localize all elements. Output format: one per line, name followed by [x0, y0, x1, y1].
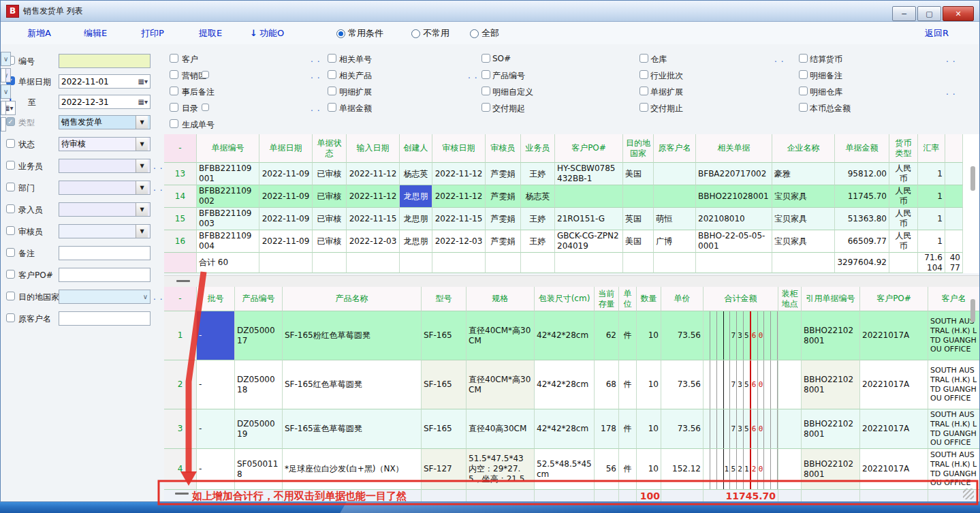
master-table-cell[interactable]: 龙思朋	[400, 208, 432, 230]
radio-常用条件[interactable]: 常用条件	[336, 27, 383, 40]
master-column-header[interactable]: 目的地国家	[623, 134, 654, 163]
filter-input[interactable]	[1, 101, 6, 115]
detail-table-cell[interactable]: 直径40CM*高30CM	[467, 311, 535, 360]
detail-table-cell[interactable]: BBHO221028001	[802, 449, 860, 490]
detail-row-number[interactable]: 3	[164, 409, 197, 449]
detail-table-cell[interactable]: 62	[595, 311, 619, 360]
master-table-cell[interactable]: 人民币	[889, 208, 918, 230]
detail-table-cell[interactable]: 20221017A	[860, 360, 928, 409]
detail-table-cell[interactable]: BBHO221028001	[802, 360, 860, 409]
detail-table-cell[interactable]	[778, 449, 802, 490]
detail-table-cell[interactable]: DZ0500018	[235, 360, 283, 409]
filter-checkbox[interactable]	[6, 313, 15, 322]
filter-checkbox[interactable]	[170, 54, 178, 63]
master-total-cell[interactable]	[889, 253, 918, 273]
detail-table-cell[interactable]: -	[197, 409, 235, 449]
detail-table-cell[interactable]: SF-165蓝色草莓圆凳	[283, 409, 422, 449]
master-table-cell[interactable]: 人民币	[889, 163, 918, 185]
detail-table-cell[interactable]: 直径40CM*高30CM	[467, 360, 535, 409]
toolbar-action-打印P[interactable]: 打印P	[141, 27, 164, 40]
splitter-handle[interactable]	[176, 280, 190, 282]
master-table-cell[interactable]: 王婷	[521, 163, 555, 185]
detail-table-cell[interactable]: DZ0500019	[235, 409, 283, 449]
master-table-cell[interactable]: 美国	[623, 163, 654, 185]
filter-checkbox[interactable]	[6, 204, 15, 213]
filter-select[interactable]: 销售发货单▼	[59, 115, 151, 129]
master-column-header[interactable]: 单据日期	[259, 134, 313, 163]
filter-checkbox[interactable]	[481, 87, 490, 95]
detail-table-cell[interactable]: 10	[637, 311, 661, 360]
master-table-cell[interactable]: 2022-12-03	[347, 230, 400, 253]
detail-column-header[interactable]: 规格	[467, 287, 535, 311]
master-table-cell[interactable]: 2022-11-09	[259, 230, 313, 253]
master-column-header[interactable]: -	[164, 134, 197, 163]
filter-checkbox[interactable]	[170, 119, 178, 128]
title-bar[interactable]: B 销售发货单 列表 ─ ▢ ✕	[1, 1, 979, 22]
filter-checkbox[interactable]	[639, 54, 648, 63]
master-table-cell[interactable]: 2022-11-09	[259, 163, 313, 185]
filter-checkbox[interactable]	[6, 292, 15, 300]
filter-checkbox[interactable]	[328, 87, 336, 95]
detail-column-header[interactable]: 包装尺寸(cm)	[535, 287, 595, 311]
master-table-cell[interactable]: 宝贝家具	[772, 230, 835, 253]
detail-table-row[interactable]: 4-SF0500118*足球座位白沙发(白+黑)（NX）SF-12751.5*4…	[164, 449, 979, 490]
master-table-cell[interactable]: 202108010	[696, 208, 772, 230]
filter-checkbox[interactable]	[6, 161, 15, 170]
detail-table-cell[interactable]: 152120	[704, 449, 778, 490]
filter-date[interactable]: 2022-11-01▦▾	[59, 74, 151, 89]
master-total-cell[interactable]: 71.6104	[918, 253, 945, 273]
filter-input[interactable]	[1, 117, 6, 131]
master-table-cell[interactable]: BFBB221109003	[197, 208, 259, 230]
detail-column-header[interactable]: 单位	[619, 287, 637, 311]
master-table-cell[interactable]	[945, 163, 963, 185]
detail-table-cell[interactable]: SF-165红色草莓圆凳	[283, 360, 422, 409]
master-total-cell[interactable]	[432, 253, 486, 273]
master-column-header[interactable]: 企业名称	[772, 134, 835, 163]
lookup-dots-button[interactable]: . .	[774, 55, 784, 64]
dropdown-button[interactable]: ▼	[136, 203, 148, 216]
filter-select[interactable]: ▼	[59, 224, 151, 238]
resize-grip[interactable]	[963, 488, 974, 499]
filter-select[interactable]: ▼	[59, 181, 151, 195]
detail-table-cell[interactable]: 73.56	[661, 360, 704, 409]
detail-table-cell[interactable]: 73560	[704, 311, 778, 360]
toolbar-action-编辑E[interactable]: 编辑E	[84, 27, 107, 40]
detail-scrollbar-thumb[interactable]	[970, 299, 975, 322]
detail-table-cell[interactable]: 件	[619, 449, 637, 490]
detail-table-cell[interactable]: 20221017A	[860, 409, 928, 449]
filter-checkbox[interactable]	[6, 139, 15, 148]
detail-table-row[interactable]: 3-DZ0500019SF-165蓝色草莓圆凳SF-165直径40高30CM42…	[164, 409, 979, 449]
master-table-cell[interactable]: GBCK-CG-ZPN2204019	[555, 230, 623, 253]
detail-table-cell[interactable]: 10	[637, 409, 661, 449]
detail-table-cell[interactable]: SF-165粉红色草莓圆凳	[283, 311, 422, 360]
filter-checkbox[interactable]	[799, 70, 808, 79]
radio-不常用[interactable]: 不常用	[411, 27, 449, 40]
detail-table-cell[interactable]: 73.56	[661, 311, 704, 360]
master-table-cell[interactable]: 杨志英	[521, 185, 555, 208]
detail-table-cell[interactable]: 件	[619, 409, 637, 449]
lookup-dots-button[interactable]: . .	[153, 292, 163, 302]
radio-dot-icon[interactable]	[336, 29, 345, 38]
filter-checkbox[interactable]	[639, 87, 648, 95]
master-table-cell[interactable]: 2022-11-12	[432, 185, 486, 208]
master-table-cell[interactable]: 2022-11-15	[347, 208, 400, 230]
master-table-cell[interactable]: 已审核	[313, 185, 347, 208]
master-column-header[interactable]	[945, 134, 963, 163]
filter-combo[interactable]: ∨	[59, 290, 151, 304]
filter-select[interactable]: 待审核▼	[59, 137, 151, 151]
master-table-cell[interactable]: 广博	[654, 230, 696, 253]
master-column-header[interactable]: 原客户名	[654, 134, 696, 163]
master-column-header[interactable]: 客户PO#	[555, 134, 623, 163]
master-table-cell[interactable]: 1	[918, 163, 945, 185]
master-table-cell[interactable]: 1	[918, 185, 945, 208]
detail-column-header[interactable]: 型号	[422, 287, 467, 311]
master-table-cell[interactable]: 芦雯娟	[486, 185, 521, 208]
detail-column-header[interactable]: 批号	[197, 287, 235, 311]
detail-table-cell[interactable]: 178	[595, 409, 619, 449]
detail-column-header[interactable]: 产品名称	[283, 287, 422, 311]
minimize-button[interactable]: ─	[892, 6, 916, 21]
lookup-dots-button[interactable]: . .	[946, 87, 955, 97]
detail-row-number[interactable]: 1	[164, 311, 197, 360]
calendar-icon[interactable]: ▦▾	[138, 98, 148, 106]
calendar-icon[interactable]: ▦▾	[138, 78, 148, 85]
